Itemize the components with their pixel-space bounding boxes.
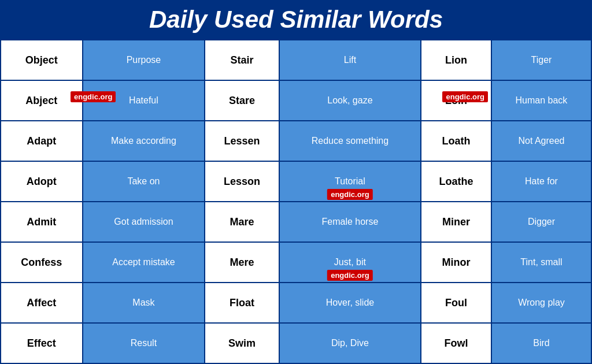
def-cell: Bird bbox=[491, 323, 591, 363]
def-cell: Tutorial engdic.org bbox=[279, 161, 421, 202]
def-cell: Make according bbox=[83, 121, 205, 161]
table-row: Adopt Take on Lesson Tutorial engdic.org… bbox=[1, 161, 591, 202]
def-cell: Reduce something bbox=[279, 121, 421, 161]
word-cell: Abject engdic.org bbox=[1, 80, 83, 121]
word-cell: Effect bbox=[1, 323, 83, 363]
table-row: Admit Got admission Mare Female horse Mi… bbox=[1, 202, 591, 242]
table-row: Object Purpose Stair Lift Lion Tiger bbox=[1, 40, 591, 80]
word-cell: Lessen bbox=[205, 121, 279, 161]
word-cell: Mare bbox=[205, 202, 279, 242]
word-cell: Affect bbox=[1, 283, 83, 323]
word-cell: Minor bbox=[421, 242, 491, 283]
words-table: Object Purpose Stair Lift Lion Tiger Abj… bbox=[0, 39, 592, 364]
page-title: Daily Used Similar Words bbox=[0, 0, 592, 39]
def-cell: Hover, slide bbox=[279, 283, 421, 323]
table-row: Affect Mask Float Hover, slide Foul Wron… bbox=[1, 283, 591, 323]
def-cell: Purpose bbox=[83, 40, 205, 80]
main-container: Daily Used Similar Words Object Purpose … bbox=[0, 0, 592, 364]
watermark: engdic.org bbox=[442, 91, 487, 102]
word-cell: Stair bbox=[205, 40, 279, 80]
word-cell: Loin engdic.org bbox=[421, 80, 491, 121]
word-cell: Foul bbox=[421, 283, 491, 323]
def-cell: Just, bit engdic.org bbox=[279, 242, 421, 283]
word-cell: Lion bbox=[421, 40, 491, 80]
def-cell: Take on bbox=[83, 161, 205, 202]
word-cell: Confess bbox=[1, 242, 83, 283]
word-cell: Miner bbox=[421, 202, 491, 242]
word-cell: Loath bbox=[421, 121, 491, 161]
word-cell: Admit bbox=[1, 202, 83, 242]
def-cell: Digger bbox=[491, 202, 591, 242]
def-cell: Human back bbox=[491, 80, 591, 121]
def-cell: Look, gaze bbox=[279, 80, 421, 121]
word-cell: Object bbox=[1, 40, 83, 80]
word-cell: Adopt bbox=[1, 161, 83, 202]
def-cell: Result bbox=[83, 323, 205, 363]
word-cell: Lesson bbox=[205, 161, 279, 202]
word-cell: Swim bbox=[205, 323, 279, 363]
table-row: Adapt Make according Lessen Reduce somet… bbox=[1, 121, 591, 161]
watermark: engdic.org bbox=[327, 189, 372, 200]
word-cell: Float bbox=[205, 283, 279, 323]
def-cell: Tint, small bbox=[491, 242, 591, 283]
def-cell: Mask bbox=[83, 283, 205, 323]
table-row: Confess Accept mistake Mere Just, bit en… bbox=[1, 242, 591, 283]
def-cell: Dip, Dive bbox=[279, 323, 421, 363]
watermark: engdic.org bbox=[327, 270, 372, 281]
table-row: Effect Result Swim Dip, Dive Fowl Bird bbox=[1, 323, 591, 363]
word-cell: Loathe bbox=[421, 161, 491, 202]
table-wrapper: Object Purpose Stair Lift Lion Tiger Abj… bbox=[0, 39, 592, 364]
def-cell: Lift bbox=[279, 40, 421, 80]
def-cell: Not Agreed bbox=[491, 121, 591, 161]
def-cell: Wrong play bbox=[491, 283, 591, 323]
watermark: engdic.org bbox=[71, 91, 116, 102]
word-cell: Stare bbox=[205, 80, 279, 121]
def-cell: Tiger bbox=[491, 40, 591, 80]
table-row: Abject engdic.org Hateful Stare Look, ga… bbox=[1, 80, 591, 121]
def-cell: Female horse bbox=[279, 202, 421, 242]
def-cell: Hate for bbox=[491, 161, 591, 202]
def-cell: Accept mistake bbox=[83, 242, 205, 283]
def-cell: Got admission bbox=[83, 202, 205, 242]
word-cell: Adapt bbox=[1, 121, 83, 161]
word-cell: Fowl bbox=[421, 323, 491, 363]
word-cell: Mere bbox=[205, 242, 279, 283]
